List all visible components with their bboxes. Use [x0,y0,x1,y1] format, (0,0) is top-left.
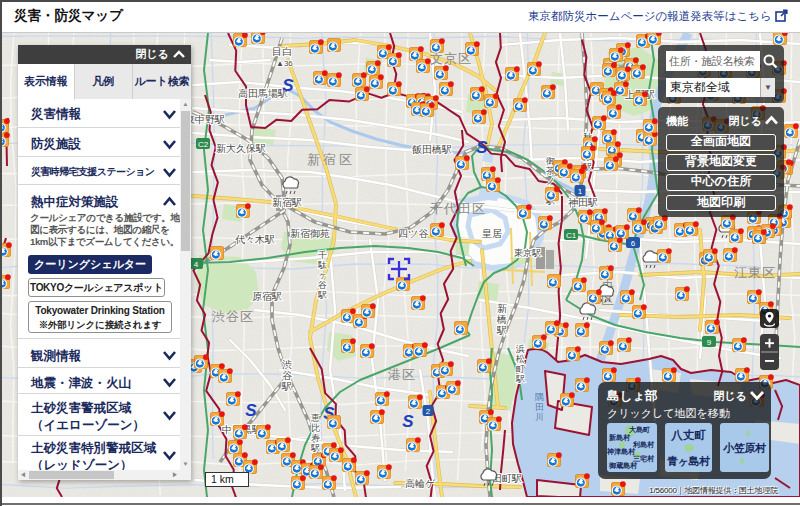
svg-text:S: S [245,401,257,420]
svg-text:新橋駅: 新橋駅 [496,303,507,336]
svg-text:東京駅: 東京駅 [514,248,541,258]
svg-text:9: 9 [707,338,712,347]
svg-text:S: S [282,76,294,95]
svg-text:2: 2 [426,407,431,416]
svg-text:目白: 目白 [272,46,292,57]
svg-text:C1: C1 [566,231,577,240]
svg-text:原宿駅: 原宿駅 [252,291,282,302]
svg-text:港区: 港区 [388,367,416,382]
svg-text:皇居: 皇居 [482,228,502,239]
svg-text:▲36: ▲36 [276,59,293,68]
svg-text:代々木駅: 代々木駅 [235,234,275,245]
svg-text:S: S [402,412,414,431]
svg-text:恵比寿駅: 恵比寿駅 [310,413,320,453]
svg-text:6: 6 [631,239,636,248]
svg-text:4: 4 [194,260,199,269]
svg-text:C2: C2 [198,140,209,149]
svg-text:渋谷駅: 渋谷駅 [281,359,292,392]
svg-text:1: 1 [578,187,583,196]
svg-text:新宿駅: 新宿駅 [272,197,302,208]
svg-text:隅田川: 隅田川 [535,392,544,422]
svg-text:江東区: 江東区 [734,265,776,280]
svg-text:浜松町駅: 浜松町駅 [515,344,525,384]
svg-text:新宿区: 新宿区 [307,152,355,167]
svg-text:S: S [476,138,488,157]
svg-text:四ツ谷: 四ツ谷 [398,228,428,239]
svg-text:新宿御苑: 新宿御苑 [290,228,330,239]
svg-text:千駄ヶ谷駅: 千駄ヶ谷駅 [317,250,327,300]
svg-text:飯田橋駅: 飯田橋駅 [412,144,452,155]
svg-text:千代田区: 千代田区 [430,201,486,216]
svg-text:渋谷区: 渋谷区 [211,309,254,324]
svg-text:神田駅: 神田駅 [568,197,598,208]
svg-text:新大久保駅: 新大久保駅 [216,143,266,154]
svg-text:高田馬場駅: 高田馬場駅 [238,88,288,99]
